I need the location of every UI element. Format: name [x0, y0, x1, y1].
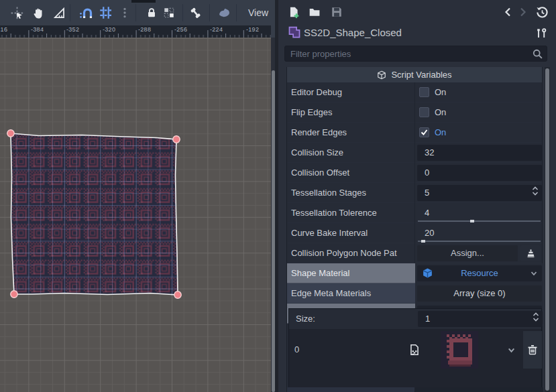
property-row-collision-offset: Collision Offset 0 [287, 163, 542, 183]
array-size-input[interactable]: 1 [418, 311, 543, 327]
vertex-handle [7, 130, 14, 137]
vertex-handle [173, 136, 180, 143]
ruler-label: -384 [31, 26, 44, 33]
property-label: Collision Offset [287, 163, 414, 183]
search-icon [532, 48, 543, 60]
node-type-icon [288, 25, 301, 39]
object-tools-icon[interactable] [535, 26, 548, 40]
assign-button[interactable]: Assign... [417, 245, 518, 261]
toolbar-separator [135, 4, 136, 21]
tessellation-stages-input[interactable]: 5 [417, 185, 542, 201]
property-label: Shape Material [287, 263, 414, 283]
bone-icon[interactable] [188, 6, 202, 19]
inspector-toolbar [278, 0, 556, 25]
list-select-tool-icon[interactable] [10, 6, 23, 19]
group-icon[interactable] [162, 6, 176, 19]
lock-icon[interactable] [145, 6, 158, 19]
toolbar-separator [70, 4, 70, 21]
next-property-row-cut [287, 387, 543, 392]
view-menu[interactable]: View [240, 0, 276, 25]
vertex-handle [11, 291, 17, 298]
horizontal-ruler: -416 -384 -352 -320 -288 -256 -224 -192 [0, 25, 271, 38]
toolbar-separator [209, 4, 210, 21]
ruler-label: -192 [246, 26, 259, 33]
inspector-scrollbar[interactable] [545, 67, 550, 392]
property-row-editor-debug: Editor Debug On [287, 82, 542, 103]
history-back-icon[interactable] [502, 5, 515, 19]
chevron-down-icon [530, 269, 538, 277]
spinner-updown-icon[interactable] [531, 186, 539, 196]
ruler-label: -320 [103, 26, 115, 33]
property-label: Flip Edges [287, 103, 414, 123]
spinner-updown-icon[interactable] [532, 312, 540, 322]
chevron-down-icon[interactable] [507, 346, 516, 354]
property-row-shape-material[interactable]: Shape Material Resource [287, 263, 542, 283]
toolbar-separator [182, 4, 183, 21]
new-resource-icon[interactable] [287, 5, 300, 19]
property-row-curve-bake-interval: Curve Bake Interval 20 [287, 223, 542, 243]
property-row-tessellation-stages: Tessellation Stages 5 [287, 183, 542, 203]
property-label: Editor Debug [287, 82, 414, 103]
ruler-label: -416 [0, 26, 7, 33]
tessellation-tolerence-input[interactable]: 4 [417, 205, 542, 221]
checkbox-unchecked[interactable] [419, 107, 429, 117]
ruler-label: -288 [138, 26, 151, 33]
scrollbar-thumb[interactable] [272, 70, 275, 392]
checkbox-checked[interactable] [419, 127, 429, 137]
pick-node-button[interactable] [520, 245, 541, 261]
texture-preview[interactable] [441, 331, 478, 369]
checkbox-label: On [435, 82, 446, 103]
edit-resource-icon[interactable] [408, 344, 421, 356]
collision-size-input[interactable]: 32 [417, 145, 542, 161]
property-row-render-edges: Render Edges On [287, 123, 542, 143]
delete-item-button[interactable] [523, 331, 542, 369]
skeleton-options-icon[interactable] [217, 6, 230, 19]
toolbar-separator [236, 4, 237, 21]
slider-grabber[interactable] [470, 220, 474, 222]
ruler-label: -256 [174, 26, 187, 33]
collision-offset-input[interactable]: 0 [417, 165, 542, 181]
property-label: Collision Size [287, 143, 414, 163]
ruler-label: -352 [66, 26, 79, 33]
ruler-tool-icon[interactable] [52, 6, 66, 19]
array-item-row: 0 [289, 329, 541, 391]
2d-viewport-pane: View -416 -384 - [0, 0, 278, 392]
canvas[interactable] [0, 38, 271, 392]
property-label: Tessellation Stages [287, 183, 414, 203]
ruler-label: -224 [210, 26, 223, 33]
checkbox-unchecked[interactable] [419, 87, 429, 97]
property-label: Render Edges [287, 123, 414, 143]
checkbox-label: On [435, 103, 446, 123]
property-label: Curve Bake Interval [287, 223, 414, 243]
filter-properties-box[interactable] [284, 46, 547, 62]
property-row-flip-edges: Flip Edges On [287, 103, 542, 123]
value-slider[interactable] [418, 241, 541, 242]
pan-tool-icon[interactable] [32, 6, 45, 19]
edited-object-row: SS2D_Shape_Closed [278, 25, 556, 43]
property-row-edge-meta-materials[interactable]: Edge Meta Materials Array (size 0) [287, 283, 542, 304]
resource-dropdown[interactable]: Resource [417, 265, 542, 281]
smart-snap-icon[interactable] [79, 6, 93, 19]
load-resource-icon[interactable] [308, 5, 321, 19]
node-picker-icon [526, 249, 536, 259]
scene-tab-edge [131, 0, 156, 3]
snap-options-icon[interactable] [118, 6, 131, 19]
edit-history-icon[interactable] [535, 5, 549, 19]
property-label: Edge Meta Materials [287, 283, 414, 304]
property-label: Tessellation Tolerence [287, 203, 414, 223]
grid-snap-icon[interactable] [99, 6, 113, 19]
trash-icon [527, 344, 538, 356]
script-variables-header[interactable]: Script Variables [287, 67, 542, 82]
save-resource-icon[interactable] [330, 5, 343, 19]
edge-meta-array-button[interactable]: Array (size 0) [417, 285, 542, 302]
slider-grabber[interactable] [421, 240, 425, 243]
vertex-handle [174, 291, 181, 298]
value-slider[interactable] [418, 220, 541, 222]
scrollbar-thumb[interactable] [545, 68, 549, 391]
resource-cube-icon [422, 267, 433, 279]
checkbox-label: On [435, 123, 446, 143]
curve-bake-interval-input[interactable]: 20 [417, 225, 542, 241]
inspector-panel: SS2D_Shape_Closed Script Variables Edito… [278, 0, 556, 392]
history-forward-icon[interactable] [516, 5, 529, 19]
filter-properties-input[interactable] [285, 46, 547, 61]
